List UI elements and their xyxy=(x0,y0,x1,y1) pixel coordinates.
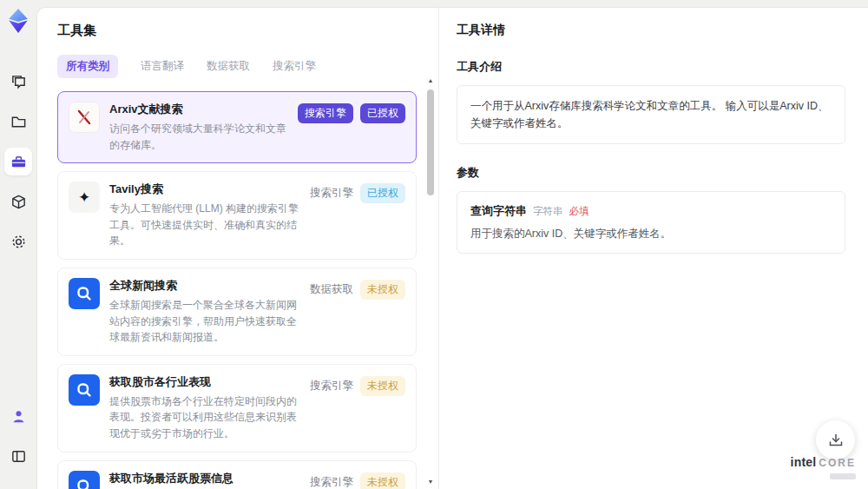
search-icon xyxy=(76,285,93,302)
tool-icon xyxy=(69,278,100,309)
package-icon xyxy=(10,194,27,210)
sidebar-item-account[interactable] xyxy=(4,402,32,430)
content-shell: 工具集 所有类别语言翻译数据获取搜索引擎 Arxiv文献搜索 访问各个研究领域大… xyxy=(36,7,868,489)
tool-tags: 搜索引擎已授权 xyxy=(298,102,405,123)
download-button[interactable] xyxy=(816,420,855,459)
tool-card-3[interactable]: 获取股市各行业表现 提供股票市场各个行业在特定时间段内的表现。投资者可以利用这些… xyxy=(57,364,417,453)
intel-wordmark: intel xyxy=(791,456,817,468)
tool-icon: ✦ xyxy=(69,182,100,213)
sidebar-item-files[interactable] xyxy=(4,108,32,135)
detail-title: 工具详情 xyxy=(457,23,845,38)
auth-badge: 未授权 xyxy=(360,472,405,489)
list-scrollbar[interactable]: ▲ ▼ xyxy=(425,77,436,486)
tool-card-0[interactable]: Arxiv文献搜索 访问各个研究领域大量科学论文和文章的存储库。 搜索引擎已授权 xyxy=(57,91,417,163)
param-name: 查询字符串 xyxy=(470,203,527,219)
param-desc: 用于搜索的Arxiv ID、关键字或作者姓名。 xyxy=(470,227,832,241)
category-label: 搜索引擎 xyxy=(310,472,353,489)
intro-heading: 工具介绍 xyxy=(457,59,845,75)
tool-detail-pane: 工具详情 工具介绍 一个用于从Arxiv存储库搜索科学论文和文章的工具。 输入可… xyxy=(439,8,868,489)
tool-tags: 搜索引擎已授权 xyxy=(310,182,405,203)
category-label: 数据获取 xyxy=(310,280,353,300)
tavily-star-icon: ✦ xyxy=(78,190,90,205)
tool-desc: 访问各个研究领域大量科学论文和文章的存储库。 xyxy=(109,121,291,153)
tool-name: Arxiv文献搜索 xyxy=(109,102,291,117)
param-header: 查询字符串 字符串 必填 xyxy=(470,203,832,219)
tool-card-4[interactable]: 获取市场最活跃股票信息 提供当天交易量最高的股票列表。投资者可以利用这些信息来识… xyxy=(57,460,417,489)
panel-toggle-icon xyxy=(10,448,27,465)
tool-name: Tavily搜索 xyxy=(109,182,303,197)
auth-badge: 未授权 xyxy=(360,280,405,300)
sidebar-item-chat[interactable] xyxy=(4,68,32,96)
tool-card-1[interactable]: ✦ Tavily搜索 专为人工智能代理 (LLM) 构建的搜索引擎工具。可快速提… xyxy=(57,171,417,260)
scroll-up-icon[interactable]: ▲ xyxy=(425,77,436,84)
auth-badge: 未授权 xyxy=(360,376,405,396)
params-heading: 参数 xyxy=(457,165,845,181)
user-icon xyxy=(10,408,27,425)
sidebar-item-collapse[interactable] xyxy=(4,442,32,470)
tool-name: 获取市场最活跃股票信息 xyxy=(109,471,303,486)
tool-tags: 数据获取未授权 xyxy=(310,278,405,300)
folder-icon xyxy=(10,114,27,130)
core-wordmark: CORE xyxy=(819,458,856,468)
tab-2[interactable]: 数据获取 xyxy=(207,55,250,78)
intel-badge-bar xyxy=(830,473,856,479)
left-rail xyxy=(0,0,36,489)
tool-name: 获取股市各行业表现 xyxy=(109,374,303,390)
toolbox-icon xyxy=(10,154,27,170)
page-title: 工具集 xyxy=(57,23,438,39)
tool-tags: 搜索引擎未授权 xyxy=(310,471,405,489)
tool-icon xyxy=(69,374,100,406)
download-icon xyxy=(828,433,844,448)
category-label: 搜索引擎 xyxy=(310,376,353,396)
app-logo-icon xyxy=(7,9,30,33)
tool-tags: 搜索引擎未授权 xyxy=(310,374,405,396)
category-label: 搜索引擎 xyxy=(310,183,353,203)
param-box: 查询字符串 字符串 必填 用于搜索的Arxiv ID、关键字或作者姓名。 xyxy=(457,191,845,254)
param-required-badge: 必填 xyxy=(569,205,589,218)
tool-card-2[interactable]: 全球新闻搜索 全球新闻搜索是一个聚合全球各大新闻网站内容的搜索引擎，帮助用户快速… xyxy=(57,268,417,356)
scrollbar-thumb[interactable] xyxy=(427,89,434,195)
auth-badge: 已授权 xyxy=(360,183,405,203)
tool-name: 全球新闻搜索 xyxy=(109,278,303,294)
tool-list-pane: 工具集 所有类别语言翻译数据获取搜索引擎 Arxiv文献搜索 访问各个研究领域大… xyxy=(37,8,439,489)
intro-text: 一个用于从Arxiv存储库搜索科学论文和文章的工具。 输入可以是Arxiv ID… xyxy=(470,97,832,132)
auth-badge: 已授权 xyxy=(360,103,405,123)
tool-desc: 全球新闻搜索是一个聚合全球各大新闻网站内容的搜索引擎，帮助用户快速获取全球最新资… xyxy=(109,297,303,346)
sidebar-item-packages[interactable] xyxy=(4,188,32,215)
category-badge: 搜索引擎 xyxy=(298,103,353,123)
sidebar-item-settings[interactable] xyxy=(4,228,32,255)
tab-3[interactable]: 搜索引擎 xyxy=(273,55,316,78)
search-icon xyxy=(76,478,93,489)
tool-icon xyxy=(69,102,100,133)
intro-box: 一个用于从Arxiv存储库搜索科学论文和文章的工具。 输入可以是Arxiv ID… xyxy=(457,85,845,144)
param-type: 字符串 xyxy=(533,205,563,218)
intel-core-logo: intel CORE xyxy=(791,456,856,482)
chat-icon xyxy=(10,74,27,90)
tool-desc: 提供股票市场各个行业在特定时间段内的表现。投资者可以利用这些信息来识别表现优于或… xyxy=(109,393,303,442)
scroll-down-icon[interactable]: ▼ xyxy=(425,479,436,486)
tab-1[interactable]: 语言翻译 xyxy=(141,55,184,78)
tool-icon xyxy=(69,471,100,489)
app-window: 工具集 所有类别语言翻译数据获取搜索引擎 Arxiv文献搜索 访问各个研究领域大… xyxy=(0,0,868,489)
arxiv-icon xyxy=(76,109,93,126)
category-tabs: 所有类别语言翻译数据获取搜索引擎 xyxy=(57,55,438,78)
settings-icon xyxy=(10,234,27,250)
tool-desc: 专为人工智能代理 (LLM) 构建的搜索引擎工具。可快速提供实时、准确和真实的结… xyxy=(109,201,303,249)
tool-cards-list: Arxiv文献搜索 访问各个研究领域大量科学论文和文章的存储库。 搜索引擎已授权… xyxy=(57,91,417,489)
sidebar-item-tools[interactable] xyxy=(4,148,32,175)
tab-0[interactable]: 所有类别 xyxy=(57,55,118,78)
search-icon xyxy=(76,381,93,399)
